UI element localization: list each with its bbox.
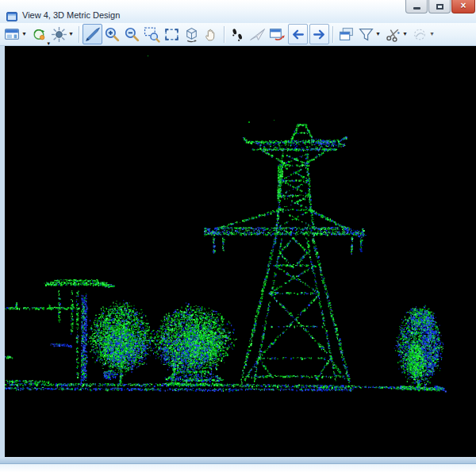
fly-icon — [249, 26, 266, 43]
maximize-icon — [436, 4, 443, 10]
zoom-out-button[interactable] — [122, 24, 142, 44]
window-title: View 4, 3D Metric Design — [22, 10, 120, 20]
window-bottom-frame — [0, 457, 476, 464]
pan-view-icon — [203, 26, 220, 43]
view-display-mode-button[interactable]: ▾ — [2, 24, 29, 44]
dropdown-arrow-icon[interactable]: ▾ — [67, 25, 75, 44]
maximize-button[interactable] — [428, 0, 451, 13]
change-perspective-button[interactable]: ▾ — [410, 24, 437, 44]
clip-volume-button[interactable]: ▾ — [356, 24, 383, 44]
camera-orbit-icon — [31, 26, 48, 43]
clip-mask-button[interactable]: ▾ — [383, 24, 410, 44]
rotate-view-icon — [183, 26, 200, 43]
clip-volume-icon — [358, 26, 374, 43]
dropdown-arrow-icon[interactable]: ▾ — [401, 25, 409, 44]
view-previous-button[interactable] — [288, 24, 308, 44]
dropdown-arrow-icon[interactable]: ▾ — [428, 25, 436, 44]
close-icon: × — [460, 2, 466, 10]
adjust-brightness-button[interactable]: ▾ — [49, 24, 76, 44]
titlebar[interactable]: View 4, 3D Metric Design × — [0, 0, 476, 23]
point-cloud-canvas[interactable] — [5, 46, 476, 457]
minimize-button[interactable] — [405, 0, 428, 13]
dropdown-arrow-icon[interactable]: ▾ — [374, 25, 382, 44]
change-perspective-icon — [412, 26, 428, 43]
window-area-icon — [144, 26, 160, 43]
update-view-button[interactable] — [83, 24, 102, 44]
pan-view-button[interactable] — [202, 24, 221, 44]
view-next-icon — [311, 26, 328, 43]
walk-button[interactable] — [228, 24, 248, 44]
update-view-icon — [84, 26, 101, 43]
copy-view-button[interactable] — [336, 24, 356, 44]
zoom-in-button[interactable] — [102, 24, 122, 44]
desktop-background — [0, 464, 476, 476]
view-window: View 4, 3D Metric Design × ▾▾▾▾▾▾ — [0, 0, 476, 464]
toolbar-separator — [224, 26, 225, 43]
camera-orbit-button[interactable]: ▾ — [29, 24, 49, 44]
toolbar-separator — [332, 26, 334, 43]
walk-icon — [229, 26, 246, 43]
minimize-icon — [413, 7, 420, 10]
view-next-button[interactable] — [309, 24, 329, 44]
viewport[interactable] — [5, 46, 476, 457]
close-button[interactable]: × — [451, 0, 475, 13]
navigate-view-button[interactable] — [267, 24, 287, 44]
zoom-out-icon — [124, 26, 140, 43]
window-area-button[interactable] — [142, 24, 162, 44]
view-display-mode-icon — [4, 26, 21, 43]
toolbar-separator — [79, 26, 80, 43]
navigate-view-icon — [269, 26, 286, 43]
rotate-view-button[interactable] — [182, 24, 202, 44]
fly-button[interactable] — [248, 24, 267, 44]
window-icon — [6, 10, 17, 20]
fit-view-icon — [163, 26, 180, 43]
dropdown-arrow-icon[interactable]: ▾ — [21, 25, 28, 44]
zoom-in-icon — [104, 26, 121, 43]
view-toolbar: ▾▾▾▾▾▾ — [0, 23, 476, 46]
copy-view-icon — [338, 26, 355, 43]
window-controls: × — [405, 0, 475, 13]
adjust-brightness-icon — [51, 26, 67, 43]
fit-view-button[interactable] — [162, 24, 182, 44]
clip-mask-icon — [385, 26, 401, 43]
view-previous-icon — [290, 26, 306, 43]
